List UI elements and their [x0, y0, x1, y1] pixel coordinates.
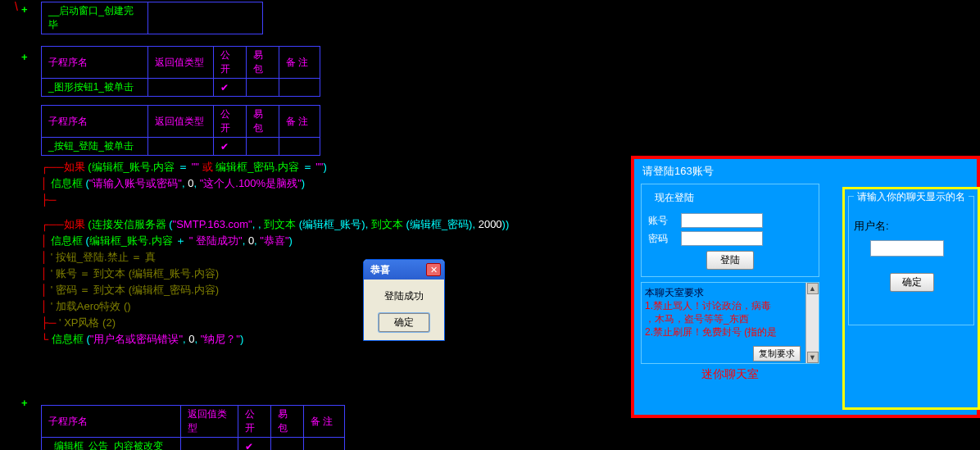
- dialog-title: 恭喜: [367, 263, 390, 277]
- login-fieldset: 现在登陆 账号 密码 登陆: [641, 184, 819, 277]
- notice-line: 2.禁止刷屏！免费封号 (指的是: [645, 325, 815, 339]
- fieldset-legend: 现在登陆: [651, 191, 697, 205]
- sub-name[interactable]: _编辑框_公告_内容被改变: [42, 438, 181, 451]
- notice-line: 1.禁止骂人！讨论政治，病毒: [645, 299, 815, 312]
- expand-icon[interactable]: +: [21, 3, 28, 16]
- expand-icon[interactable]: +: [21, 51, 28, 63]
- sub-name[interactable]: _按钮_登陆_被单击: [42, 138, 148, 156]
- check-icon[interactable]: ✔: [238, 438, 271, 451]
- slash-mark: \: [15, 0, 18, 13]
- dialog-message: 登陆成功: [370, 289, 438, 303]
- sub-table-1: __启动窗口_创建完毕: [41, 2, 263, 34]
- window-title: 请登陆163账号: [634, 159, 977, 184]
- code-editor: \ + + + __启动窗口_创建完毕 子程序名 返回值类型 公开 易包 备 注…: [0, 0, 631, 450]
- col-pkg: 易包: [247, 47, 279, 79]
- username-label: 用户名:: [854, 219, 969, 234]
- notice-box: 本聊天室要求 1.禁止骂人！讨论政治，病毒 ，木马，盗号等等_东西 2.禁止刷屏…: [641, 282, 819, 364]
- code-block[interactable]: ┌──如果 (编辑框_账号.内容 ＝ "" 或 编辑框_密码.内容 ＝ "") …: [41, 159, 631, 348]
- col-ret: 返回值类型: [148, 47, 214, 79]
- scrollbar[interactable]: ▲ ▼: [805, 283, 819, 363]
- expand-icon[interactable]: +: [21, 397, 28, 409]
- notice-line: ，木马，盗号等等_东西: [645, 312, 815, 325]
- sub-table-3: 子程序名 返回值类型 公开 易包 备 注 _按钮_登陆_被单击 ✔: [41, 105, 320, 156]
- sub-name[interactable]: _图形按钮1_被单击: [42, 79, 148, 97]
- ok-button[interactable]: 确定: [379, 313, 429, 332]
- sub-name[interactable]: __启动窗口_创建完毕: [42, 2, 148, 34]
- check-icon[interactable]: ✔: [214, 79, 247, 97]
- sub-table-2: 子程序名 返回值类型 公开 易包 备 注 _图形按钮1_被单击 ✔: [41, 46, 320, 97]
- account-label: 账号: [648, 214, 676, 228]
- account-input[interactable]: [681, 213, 763, 228]
- close-icon[interactable]: ✕: [426, 263, 441, 276]
- nickname-panel: 请输入你的聊天显示的名 用户名: 确定: [842, 187, 980, 410]
- check-icon[interactable]: ✔: [214, 138, 247, 156]
- confirm-button[interactable]: 确定: [890, 273, 934, 292]
- scroll-down-icon[interactable]: ▼: [807, 352, 819, 363]
- col-name: 子程序名: [42, 47, 148, 79]
- col-note: 备 注: [279, 47, 320, 79]
- scroll-up-icon[interactable]: ▲: [807, 283, 819, 294]
- login-button[interactable]: 登陆: [706, 251, 754, 270]
- password-label: 密码: [648, 232, 676, 246]
- col-pub: 公开: [214, 47, 247, 79]
- copy-button[interactable]: 复制要求: [753, 346, 801, 361]
- footer-label: 迷你聊天室: [641, 364, 819, 385]
- username-input[interactable]: [870, 240, 944, 257]
- sub-table-4: 子程序名 返回值类型 公开 易包 备 注 _编辑框_公告_内容被改变 ✔: [41, 405, 345, 450]
- panel-title: 请输入你的聊天显示的名: [854, 191, 969, 202]
- message-dialog: 恭喜 ✕ 登陆成功 确定: [363, 259, 445, 341]
- dialog-titlebar[interactable]: 恭喜 ✕: [364, 260, 444, 280]
- password-input[interactable]: [681, 231, 763, 246]
- notice-line: 本聊天室要求: [645, 286, 815, 299]
